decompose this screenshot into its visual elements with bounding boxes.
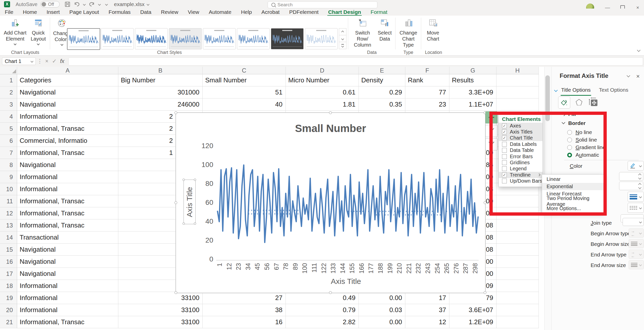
cell-H13[interactable] xyxy=(496,219,539,232)
row-header-15[interactable]: 15 xyxy=(0,244,17,256)
cell-H11[interactable] xyxy=(496,195,539,207)
fill-section-label[interactable]: Fill xyxy=(568,111,576,117)
chart-style-thumbnail[interactable] xyxy=(135,28,168,49)
cell-G1[interactable]: Results xyxy=(449,74,496,86)
pane-collapse-icon[interactable] xyxy=(627,74,630,77)
cell-D21[interactable]: 2.82 xyxy=(286,316,359,328)
textbox-handle[interactable] xyxy=(183,179,185,181)
submenu-arrow-icon[interactable] xyxy=(538,174,540,176)
chart-selection-handle[interactable] xyxy=(174,111,177,114)
menu-item-data-labels[interactable]: Data Labels xyxy=(499,141,543,147)
redo-dropdown-icon[interactable] xyxy=(98,3,101,6)
chart-style-thumbnail[interactable] xyxy=(305,28,338,49)
checkbox-unchecked[interactable] xyxy=(502,166,507,171)
chart-selection-handle[interactable] xyxy=(329,111,332,114)
column-header-D[interactable]: D xyxy=(286,67,359,74)
cell-H1[interactable] xyxy=(496,74,539,86)
tab-help[interactable]: Help xyxy=(236,9,257,16)
select-all-corner[interactable] xyxy=(0,67,17,74)
transparency-spinner[interactable] xyxy=(619,172,643,181)
button-end-arrow-size[interactable] xyxy=(629,260,644,269)
cell-H16[interactable] xyxy=(496,256,539,268)
cell-A13[interactable]: Informational, Transac xyxy=(17,219,118,232)
checkbox-checked[interactable]: ✓ xyxy=(502,173,507,177)
row-header-18[interactable]: 18 xyxy=(0,280,17,292)
pane-close-icon[interactable]: × xyxy=(636,73,640,80)
menu-item-up-down-bars[interactable]: Up/Down Bars xyxy=(499,178,543,184)
cell-C2[interactable]: 51 xyxy=(203,86,286,98)
checkbox-checked[interactable]: ✓ xyxy=(502,136,507,140)
tab-data[interactable]: Data xyxy=(135,9,156,16)
cell-F19[interactable]: 17 xyxy=(405,292,449,304)
cell-E3[interactable]: 0.35 xyxy=(359,98,405,111)
cell-A7[interactable]: Informational, Transac xyxy=(17,147,118,159)
cell-H15[interactable] xyxy=(496,244,539,256)
checkbox-checked[interactable]: ✓ xyxy=(502,123,507,128)
cell-A1[interactable]: Categories xyxy=(17,74,118,86)
row-header-8[interactable]: 8 xyxy=(0,159,17,171)
autosave-toggle[interactable]: Off xyxy=(41,1,60,8)
row-header-2[interactable]: 2 xyxy=(0,86,17,98)
switch-row-column-button[interactable]: Switch Row/ Column xyxy=(350,19,375,48)
textbox-handle[interactable] xyxy=(183,222,185,225)
row-header-19[interactable]: 19 xyxy=(0,292,17,304)
cell-D19[interactable]: 0.49 xyxy=(286,292,359,304)
chart-selection-handle[interactable] xyxy=(174,291,177,294)
button-begin-arrow-size[interactable] xyxy=(629,239,644,248)
cell-F2[interactable]: 77 xyxy=(405,86,449,98)
cell-B3[interactable]: 246000 xyxy=(118,98,203,111)
radio-circle[interactable] xyxy=(567,138,572,142)
menu-item-axis-titles[interactable]: ✓Axis Titles xyxy=(499,129,543,135)
cell-A9[interactable]: Informational xyxy=(17,171,118,183)
cell-A17[interactable]: Navigational xyxy=(17,268,118,280)
gallery-scroll-down[interactable] xyxy=(339,35,346,42)
chart-style-thumbnail[interactable] xyxy=(169,28,202,49)
effects-icon[interactable] xyxy=(573,96,585,108)
cell-A19[interactable]: Informational xyxy=(17,292,118,304)
cell-E20[interactable]: 0.03 xyxy=(359,304,405,316)
radio-automatic[interactable]: Automatic xyxy=(567,152,599,158)
radio-no-line[interactable]: No line xyxy=(567,129,592,135)
column-header-B[interactable]: B xyxy=(118,67,203,74)
checkbox-checked[interactable]: ✓ xyxy=(502,129,507,134)
cell-A20[interactable]: Informational xyxy=(17,304,118,316)
cell-B1[interactable]: Big Number xyxy=(118,74,203,86)
move-chart-button[interactable]: Move Chart xyxy=(423,19,443,42)
cell-D2[interactable]: 0.61 xyxy=(286,86,359,98)
chart-elements-button[interactable] xyxy=(485,111,497,123)
cell-A10[interactable]: Informational xyxy=(17,183,118,195)
search-input[interactable]: Search xyxy=(268,1,377,8)
row-header-6[interactable]: 6 xyxy=(0,135,17,147)
border-collapse-icon[interactable] xyxy=(562,121,565,124)
color-picker-button[interactable] xyxy=(628,161,644,171)
cell-E1[interactable]: Density xyxy=(359,74,405,86)
cell-E21[interactable]: 0.00 xyxy=(359,316,405,328)
cell-F20[interactable]: 37 xyxy=(405,304,449,316)
cell-G21[interactable]: 1.2E+09 xyxy=(449,316,496,328)
radio-circle[interactable] xyxy=(567,130,572,135)
cell-A14[interactable]: Transactional xyxy=(17,232,118,244)
gallery-more-button[interactable] xyxy=(339,42,346,49)
row-header-14[interactable]: 14 xyxy=(0,232,17,244)
row-header-11[interactable]: 11 xyxy=(0,195,17,207)
chart-selection-handle[interactable] xyxy=(484,291,486,294)
cell-D20[interactable]: 0.79 xyxy=(286,304,359,316)
tab-acrobat[interactable]: Acrobat xyxy=(257,9,284,16)
row-header-21[interactable]: 21 xyxy=(0,316,17,328)
menu-item-chart-title[interactable]: ✓Chart Title xyxy=(499,135,543,141)
section-chevron-icon[interactable] xyxy=(554,88,558,92)
chart-style-thumbnail[interactable] xyxy=(67,28,100,50)
tab-title-options[interactable]: Title Options xyxy=(561,87,591,93)
dash-type-button[interactable] xyxy=(628,203,644,213)
fill-expand-icon[interactable] xyxy=(562,113,566,116)
menu-item-axes[interactable]: ✓Axes xyxy=(499,123,543,129)
size-properties-icon[interactable] xyxy=(587,96,599,108)
cell-D3[interactable]: 1.81 xyxy=(286,98,359,111)
cell-G3[interactable]: 1.1E+07 xyxy=(449,98,496,111)
width-spinner[interactable] xyxy=(619,182,643,190)
undo-dropdown-icon[interactable] xyxy=(83,3,86,6)
checkbox-unchecked[interactable] xyxy=(502,148,507,153)
cell-B21[interactable]: 33100 xyxy=(118,316,203,328)
cell-E19[interactable]: 0.00 xyxy=(359,292,405,304)
row-header-7[interactable]: 7 xyxy=(0,147,17,159)
